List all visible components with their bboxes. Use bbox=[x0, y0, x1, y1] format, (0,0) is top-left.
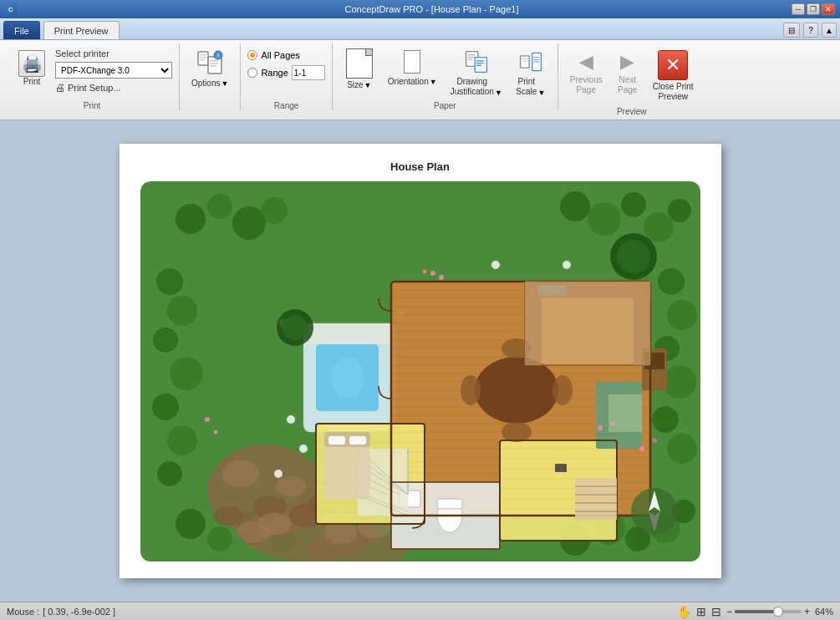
ribbon-body: 🖨️ Print Select printer PDF-XChange 3.0 … bbox=[0, 40, 840, 119]
minimize-button[interactable]: ─ bbox=[792, 3, 805, 15]
svg-point-35 bbox=[156, 268, 183, 295]
svg-rect-2 bbox=[200, 57, 206, 58]
svg-point-41 bbox=[157, 461, 182, 486]
svg-rect-197 bbox=[349, 436, 366, 445]
restore-button[interactable]: ❐ bbox=[807, 3, 820, 15]
ribbon-group-options: ! Options ▼ bbox=[180, 43, 241, 110]
all-pages-row: All Pages bbox=[247, 50, 324, 60]
print-setup-label: Print Setup... bbox=[68, 83, 121, 93]
options-button[interactable]: ! Options ▼ bbox=[186, 47, 233, 91]
svg-point-178 bbox=[422, 270, 426, 274]
paper-group-content: Size ▼ Orientation ▼ bbox=[339, 43, 551, 99]
app-title: ConceptDraw PRO - [House Plan - Page1] bbox=[72, 4, 792, 14]
svg-point-173 bbox=[617, 240, 650, 273]
next-page-label: NextPage bbox=[618, 75, 637, 95]
zoom-actual-icon[interactable]: ⊟ bbox=[711, 605, 721, 618]
page-preview-wrapper: House Plan bbox=[0, 120, 840, 602]
next-page-button[interactable]: ▶ NextPage bbox=[611, 47, 644, 99]
svg-point-43 bbox=[667, 300, 697, 330]
zoom-bar: − + bbox=[726, 606, 810, 617]
svg-rect-15 bbox=[476, 60, 484, 61]
close-button[interactable]: ✕ bbox=[822, 3, 835, 15]
zoom-fit-icon[interactable]: ⊞ bbox=[696, 605, 706, 618]
close-print-preview-label: Close PrintPreview bbox=[653, 82, 694, 102]
options-group-content: ! Options ▼ bbox=[186, 43, 233, 99]
svg-point-184 bbox=[213, 430, 217, 435]
svg-point-86 bbox=[563, 261, 571, 269]
options-icon: ! bbox=[196, 50, 223, 77]
previous-page-button[interactable]: ◀ PreviousPage bbox=[565, 47, 608, 99]
zoom-in-icon[interactable]: + bbox=[804, 606, 810, 617]
paper-group-label: Paper bbox=[339, 99, 551, 110]
svg-point-78 bbox=[274, 470, 283, 478]
orientation-icon bbox=[397, 48, 427, 75]
print-button[interactable]: 🖨️ Print bbox=[12, 47, 52, 89]
zoom-slider[interactable] bbox=[735, 610, 802, 613]
range-radio[interactable] bbox=[247, 68, 257, 78]
view-options-btn[interactable]: ⊟ bbox=[783, 23, 800, 38]
zoom-out-icon[interactable]: − bbox=[726, 606, 732, 617]
print-setup-link[interactable]: 🖨 Print Setup... bbox=[55, 82, 172, 94]
svg-point-183 bbox=[205, 417, 210, 422]
close-print-icon: ✕ bbox=[658, 50, 688, 80]
svg-point-36 bbox=[167, 296, 197, 326]
svg-point-42 bbox=[658, 268, 685, 295]
floorplan-svg bbox=[140, 181, 700, 562]
options-group-label bbox=[186, 99, 233, 110]
svg-rect-11 bbox=[467, 54, 475, 55]
up-btn[interactable]: ▲ bbox=[822, 23, 837, 38]
svg-point-179 bbox=[598, 425, 603, 430]
svg-point-38 bbox=[170, 357, 203, 390]
ribbon-tabs: File Print Preview ⊟ ? ▲ bbox=[0, 18, 840, 40]
printer-dropdown: PDF-XChange 3.0 bbox=[55, 62, 172, 79]
size-button-label: Size bbox=[347, 80, 363, 89]
svg-rect-196 bbox=[328, 436, 345, 445]
mouse-value: [ 0.39, -6.9e-002 ] bbox=[43, 607, 115, 617]
svg-point-32 bbox=[621, 192, 646, 217]
orientation-button[interactable]: Orientation ▼ bbox=[383, 47, 442, 88]
printer-select[interactable]: PDF-XChange 3.0 bbox=[55, 62, 172, 79]
options-dropdown-arrow: ▼ bbox=[221, 79, 228, 88]
previous-page-icon: ◀ bbox=[574, 50, 598, 74]
printer-icon: 🖨️ bbox=[18, 50, 45, 77]
size-button[interactable]: Size ▼ bbox=[339, 47, 379, 91]
svg-point-34 bbox=[668, 199, 691, 222]
preview-group-content: ◀ PreviousPage ▶ NextPage ✕ Close PrintP… bbox=[565, 43, 699, 105]
scale-dropdown-arrow: ▼ bbox=[537, 89, 545, 97]
svg-rect-17 bbox=[476, 65, 481, 66]
justification-button[interactable]: DrawingJustification ▼ bbox=[445, 47, 507, 99]
range-input[interactable] bbox=[292, 65, 325, 80]
close-print-preview-button[interactable]: ✕ Close PrintPreview bbox=[648, 47, 699, 105]
svg-rect-1 bbox=[200, 54, 206, 56]
svg-point-47 bbox=[667, 434, 697, 464]
scale-button[interactable]: PrintScale ▼ bbox=[511, 47, 551, 99]
svg-rect-13 bbox=[467, 58, 472, 59]
svg-point-68 bbox=[257, 513, 291, 535]
hand-tool-icon[interactable]: ✋ bbox=[677, 605, 691, 618]
zoom-slider-thumb bbox=[773, 607, 783, 617]
range-row: Range bbox=[247, 65, 324, 80]
range-label: Range bbox=[261, 68, 288, 78]
status-bar: Mouse : [ 0.39, -6.9e-002 ] ✋ ⊞ ⊟ − + 64… bbox=[0, 602, 840, 620]
all-pages-radio[interactable] bbox=[247, 50, 257, 60]
tab-file[interactable]: File bbox=[3, 21, 40, 39]
tab-print-preview[interactable]: Print Preview bbox=[43, 21, 120, 39]
svg-point-140 bbox=[501, 422, 532, 442]
justification-dropdown-arrow: ▼ bbox=[495, 89, 502, 97]
svg-text:!: ! bbox=[217, 53, 219, 58]
help-btn[interactable]: ? bbox=[803, 23, 818, 38]
next-page-icon: ▶ bbox=[616, 50, 639, 74]
svg-rect-149 bbox=[437, 499, 462, 509]
svg-rect-6 bbox=[210, 63, 218, 64]
svg-point-62 bbox=[276, 476, 306, 496]
svg-rect-5 bbox=[210, 60, 218, 62]
svg-rect-198 bbox=[529, 287, 646, 297]
options-button-label: Options bbox=[191, 79, 220, 88]
scale-button-label: PrintScale bbox=[516, 77, 537, 97]
orientation-dropdown-arrow: ▼ bbox=[430, 78, 437, 86]
svg-point-40 bbox=[167, 425, 197, 455]
svg-point-142 bbox=[552, 375, 573, 405]
orientation-button-label: Orientation bbox=[388, 77, 429, 86]
preview-group-label: Preview bbox=[565, 105, 699, 116]
status-left: Mouse : [ 0.39, -6.9e-002 ] bbox=[7, 607, 115, 617]
